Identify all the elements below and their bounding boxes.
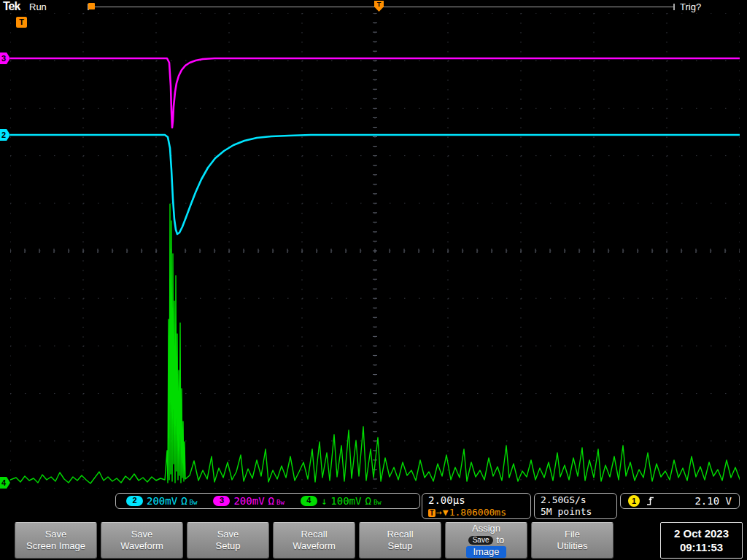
ch2-readout[interactable]: 2 200mV Ω Bw	[126, 495, 197, 507]
ch4-scale: 100mV	[330, 495, 361, 507]
ch2-scale: 200mV	[147, 495, 177, 507]
trigger-level-tag[interactable]: T	[16, 17, 27, 28]
channel-readouts-box: 2 200mV Ω Bw 3 200mV Ω Bw 4 ↓ 100mV Ω Bw	[115, 493, 420, 509]
acquisition-readout[interactable]: 2.50GS/s 5M points	[534, 493, 617, 519]
readout-bar: 2 200mV Ω Bw 3 200mV Ω Bw 4 ↓ 100mV Ω Bw…	[0, 491, 747, 521]
top-status-bar: Tek Run T Trig?	[0, 0, 747, 13]
ch3-coupling: Ω	[268, 495, 274, 507]
trigger-level-value: 2.10 V	[694, 495, 732, 507]
trigger-readout[interactable]: 1 2.10 V	[620, 493, 740, 509]
ch3-readout[interactable]: 3 200mV Ω Bw	[213, 495, 284, 507]
record-start-marker	[88, 3, 95, 9]
ch3-badge[interactable]: 3	[213, 496, 230, 506]
tek-logo: Tek	[3, 0, 20, 13]
horizontal-delay: T→▼1.806000ms	[428, 507, 525, 518]
save-screen-image-button[interactable]: SaveScreen Image	[15, 522, 97, 559]
ch4-bandwidth-icon: Bw	[374, 499, 382, 507]
graticule	[10, 13, 740, 489]
recall-waveform-button[interactable]: RecallWaveform	[273, 522, 355, 559]
assign-save-button[interactable]: Assign Save to Image	[445, 522, 527, 559]
trigger-position-marker[interactable]: T	[374, 1, 384, 12]
ch3-scale: 200mV	[233, 495, 264, 507]
trigger-status-label: Trig?	[680, 1, 701, 12]
bottom-menu-bar: SaveScreen Image SaveWaveform SaveSetup …	[0, 521, 747, 560]
time-label: 09:11:53	[680, 540, 723, 554]
oscilloscope-screen: Tek Run T Trig? T 3 2 4 2 200mV Ω Bw 3 2…	[0, 0, 747, 560]
horizontal-scale: 2.00µs	[428, 494, 525, 507]
waveform-display	[10, 13, 740, 489]
save-waveform-button[interactable]: SaveWaveform	[101, 522, 183, 559]
file-utilities-button[interactable]: FileUtilities	[531, 522, 614, 559]
save-setup-button[interactable]: SaveSetup	[187, 522, 269, 559]
trigger-flag-icon: T	[428, 509, 436, 517]
ch2-ground-marker[interactable]: 2	[0, 129, 10, 141]
delay-arrow-icon: →	[436, 507, 442, 518]
record-view-bar: T	[88, 7, 675, 7]
trigger-source-badge: 1	[628, 495, 640, 507]
sample-rate: 2.50GS/s	[541, 494, 611, 506]
ch2-bandwidth-icon: Bw	[190, 499, 198, 507]
ch4-readout[interactable]: 4 ↓ 100mV Ω Bw	[301, 495, 382, 507]
horizontal-readout[interactable]: 2.00µs T→▼1.806000ms	[422, 493, 531, 519]
date-label: 2 Oct 2023	[674, 526, 729, 540]
ch4-badge[interactable]: 4	[301, 496, 317, 506]
record-length: 5M points	[541, 506, 611, 518]
ch2-badge[interactable]: 2	[126, 496, 143, 506]
delay-marker-icon: ▼	[443, 507, 449, 518]
ch3-bandwidth-icon: Bw	[276, 499, 285, 507]
ch4-coupling: Ω	[365, 495, 371, 507]
assign-target-highlight: Image	[466, 546, 506, 558]
delay-value: 1.806000ms	[449, 507, 506, 518]
recall-setup-button[interactable]: RecallSetup	[359, 522, 441, 559]
save-key-badge: Save	[468, 536, 494, 545]
acquisition-status: Run	[29, 1, 47, 12]
ch4-invert-icon: ↓	[321, 495, 327, 507]
ch3-ground-marker[interactable]: 3	[0, 52, 10, 64]
ch2-coupling: Ω	[181, 495, 187, 507]
datetime-display: 2 Oct 2023 09:11:53	[660, 522, 743, 559]
rising-edge-icon	[646, 495, 655, 507]
ch4-ground-marker[interactable]: 4	[0, 477, 10, 489]
